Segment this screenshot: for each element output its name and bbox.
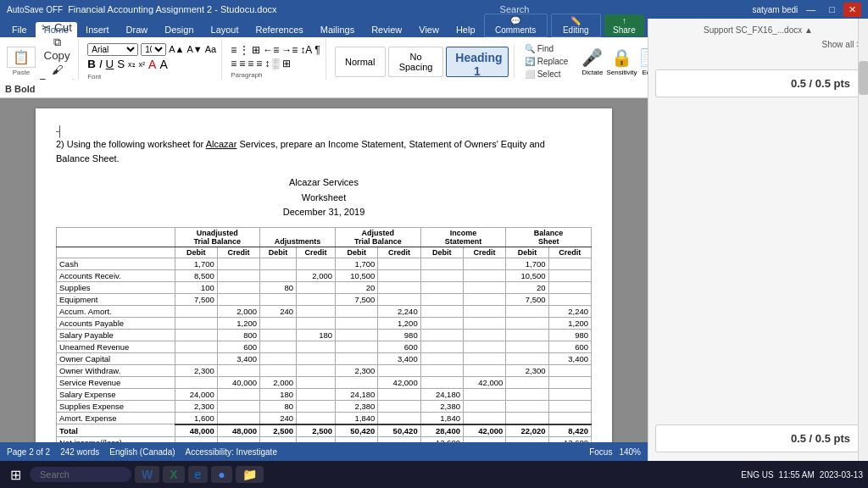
bs-credit-header: Credit bbox=[548, 247, 591, 258]
tab-file[interactable]: File bbox=[3, 22, 36, 37]
toolbar-area: File Home Insert Draw Design Layout Refe… bbox=[0, 19, 648, 87]
taskbar-file-app[interactable]: 📁 bbox=[236, 466, 264, 483]
cut-button[interactable]: ✂ Cut bbox=[39, 21, 75, 34]
tab-references[interactable]: References bbox=[248, 22, 312, 37]
tab-review[interactable]: Review bbox=[363, 22, 410, 37]
show-marks-icon[interactable]: ¶ bbox=[314, 44, 320, 56]
table-row: Salary Payable800180980980 bbox=[57, 329, 592, 341]
panel-label: Support SC_FX16_...docx ▲ bbox=[655, 25, 861, 35]
time-label: 11:55 AM bbox=[779, 470, 815, 480]
word-count: 242 words bbox=[60, 447, 99, 457]
bottom-score: 0.5 / 0.5 pts bbox=[655, 424, 861, 452]
highlight-icon[interactable]: A bbox=[159, 58, 167, 71]
status-bar: Page 2 of 2 242 words English (Canada) A… bbox=[0, 442, 648, 461]
editing-button[interactable]: ✏️ Editing bbox=[551, 14, 601, 37]
justify-icon[interactable]: ≡ bbox=[256, 58, 262, 69]
cursor-indicator: ┤ bbox=[56, 125, 64, 137]
doc-date: December 31, 2019 bbox=[56, 205, 592, 220]
taskbar-right: ENG US 11:55 AM 2023-03-13 bbox=[741, 470, 863, 480]
numbering-icon[interactable]: ⋮ bbox=[239, 44, 249, 56]
question-text: 2) Using the following worksheet for Alc… bbox=[56, 137, 592, 165]
underline-button[interactable]: U bbox=[106, 58, 114, 70]
start-button[interactable]: ⊞ bbox=[5, 465, 26, 485]
tab-insert[interactable]: Insert bbox=[77, 22, 118, 37]
tab-draw[interactable]: Draw bbox=[118, 22, 157, 37]
font-size-select[interactable]: 10 bbox=[141, 43, 166, 56]
clear-format-icon[interactable]: Aa bbox=[205, 44, 216, 54]
align-center-icon[interactable]: ≡ bbox=[239, 58, 245, 69]
dictate-icon[interactable]: 🎤 bbox=[581, 47, 603, 68]
increase-indent-icon[interactable]: →≡ bbox=[281, 44, 298, 56]
right-scrollbar[interactable] bbox=[859, 61, 868, 95]
table-row: Unearned Revenue600600600 bbox=[57, 341, 592, 352]
taskbar-edge-app[interactable]: e bbox=[188, 466, 209, 483]
replace-button[interactable]: 🔄 Replace bbox=[521, 56, 572, 67]
taskbar-excel-app[interactable]: X bbox=[163, 466, 184, 483]
tab-mailings[interactable]: Mailings bbox=[312, 22, 363, 37]
table-row: Owner Capital3,4003,4003,400 bbox=[57, 352, 592, 364]
tab-view[interactable]: View bbox=[410, 22, 448, 37]
bullets-icon[interactable]: ≡ bbox=[231, 44, 236, 56]
bold-indicator: B Bold bbox=[5, 84, 35, 94]
bold-button[interactable]: B bbox=[87, 58, 96, 70]
decrease-indent-icon[interactable]: ←≡ bbox=[263, 44, 279, 56]
no-spacing-style-button[interactable]: No Spacing bbox=[388, 47, 444, 77]
taskbar-search[interactable] bbox=[30, 467, 131, 482]
adj-credit-header: Credit bbox=[297, 247, 336, 258]
italic-button[interactable]: I bbox=[99, 58, 103, 70]
superscript-button[interactable]: x² bbox=[139, 60, 146, 69]
minimize-button[interactable]: — bbox=[801, 3, 821, 16]
tab-design[interactable]: Design bbox=[156, 22, 202, 37]
title-bar-right: satyam bedi — □ ✕ bbox=[752, 3, 861, 17]
strikethrough-button[interactable]: S bbox=[117, 58, 125, 70]
document-page: ┤ 2) Using the following worksheet for A… bbox=[36, 108, 612, 471]
grow-icon[interactable]: A▲ bbox=[169, 44, 184, 54]
align-left-icon[interactable]: ≡ bbox=[231, 58, 236, 69]
font-family-select[interactable]: Arial bbox=[87, 43, 138, 56]
atb-debit-header: Debit bbox=[336, 247, 378, 258]
table-row: Owner Withdraw.2,3002,3002,300 bbox=[57, 364, 592, 376]
zoom-level: 140% bbox=[619, 447, 641, 457]
show-all-button[interactable]: Show all > bbox=[822, 40, 861, 49]
doc-center: Alcazar Services Worksheet December 31, … bbox=[56, 175, 592, 220]
copy-button[interactable]: ⧉ Copy bbox=[39, 36, 75, 62]
table-row: Amort. Expense1,6002401,8401,840 bbox=[57, 412, 592, 424]
taskbar-word-app[interactable]: W bbox=[135, 466, 159, 483]
editing-group: 🔍 Find 🔄 Replace ⬜ Select bbox=[518, 39, 576, 84]
normal-style-button[interactable]: Normal bbox=[335, 47, 386, 77]
find-button[interactable]: 🔍 Find bbox=[521, 43, 572, 54]
close-button[interactable]: ✕ bbox=[843, 3, 861, 17]
tab-layout[interactable]: Layout bbox=[203, 22, 248, 37]
align-right-icon[interactable]: ≡ bbox=[248, 58, 253, 69]
win-taskbar: ⊞ W X e ● 📁 ENG US 11:55 AM 2023-03-13 bbox=[0, 461, 868, 488]
status-left: Page 2 of 2 242 words English (Canada) A… bbox=[7, 447, 277, 457]
top-score: 0.5 / 0.5 pts bbox=[655, 69, 861, 97]
multilevel-icon[interactable]: ⊞ bbox=[252, 44, 260, 56]
subscript-button[interactable]: x₂ bbox=[128, 60, 136, 69]
document-area[interactable]: ┤ 2) Using the following worksheet for A… bbox=[0, 98, 648, 471]
utb-credit-header: Credit bbox=[217, 247, 259, 258]
comments-button[interactable]: 💬 Comments bbox=[484, 14, 548, 37]
is-debit-header: Debit bbox=[420, 247, 463, 258]
select-button[interactable]: ⬜ Select bbox=[521, 69, 572, 80]
border-icon[interactable]: ⊞ bbox=[282, 58, 291, 69]
sensitivity-icon[interactable]: 🔒 bbox=[611, 47, 632, 68]
table-sub-header: Debit Credit Debit Credit Debit Credit D… bbox=[57, 247, 592, 258]
table-row: Cash1,7001,7001,700 bbox=[57, 258, 592, 269]
tab-help[interactable]: Help bbox=[448, 22, 484, 37]
sort-icon[interactable]: ↕A bbox=[300, 44, 312, 56]
taskbar-chrome-app[interactable]: ● bbox=[211, 466, 231, 483]
font-color-icon[interactable]: A bbox=[148, 58, 156, 71]
utb-debit-header: Debit bbox=[175, 247, 217, 258]
paste-button[interactable]: 📋 bbox=[7, 47, 36, 68]
line-spacing-icon[interactable]: ↕ bbox=[264, 58, 270, 69]
maximize-button[interactable]: □ bbox=[824, 3, 840, 16]
doc-type: Worksheet bbox=[56, 191, 592, 206]
dictate-label: Dictate bbox=[581, 69, 603, 76]
atb-header: AdjustedTrial Balance bbox=[336, 227, 421, 247]
is-credit-header: Credit bbox=[463, 247, 505, 258]
heading1-style-button[interactable]: Heading 1 bbox=[446, 47, 508, 77]
shading-icon[interactable]: ░ bbox=[272, 58, 280, 69]
share-button[interactable]: ↑ Share bbox=[604, 14, 644, 36]
shrink-icon[interactable]: A▼ bbox=[186, 44, 202, 54]
